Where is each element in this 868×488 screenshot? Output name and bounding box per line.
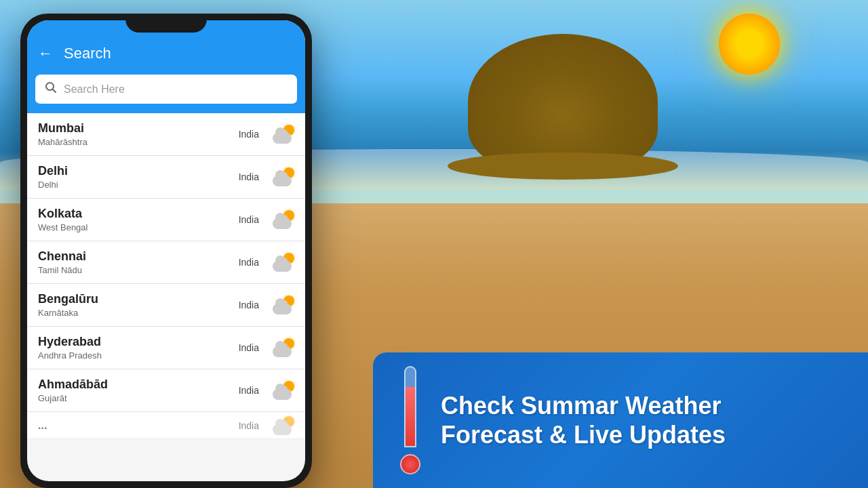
weather-icon-delhi bbox=[273, 167, 294, 186]
city-item-hyderabad[interactable]: Hyderabad Andhra Pradesh India bbox=[27, 327, 305, 369]
city-name: Chennai bbox=[38, 249, 225, 264]
search-placeholder: Search Here bbox=[64, 83, 125, 96]
city-item-kolkata[interactable]: Kolkata West Bengal India bbox=[27, 199, 305, 241]
city-info-ahmadabad: Ahmadābād Gujarāt bbox=[38, 378, 225, 403]
city-name: Ahmadābād bbox=[38, 378, 225, 392]
city-item-ahmadabad[interactable]: Ahmadābād Gujarāt India bbox=[27, 369, 305, 412]
city-region: Karnātaka bbox=[38, 308, 225, 318]
city-info-hyderabad: Hyderabad Andhra Pradesh bbox=[38, 335, 225, 361]
search-icon bbox=[45, 81, 57, 97]
city-item-more[interactable]: ... India bbox=[27, 412, 305, 439]
back-button[interactable]: ← bbox=[38, 45, 53, 62]
city-item-chennai[interactable]: Chennai Tamil Nādu India bbox=[27, 241, 305, 284]
city-country: India bbox=[239, 420, 259, 431]
weather-icon-kolkata bbox=[273, 210, 294, 229]
weather-icon-bengaluru bbox=[273, 296, 294, 314]
city-region: Delhi bbox=[38, 180, 225, 190]
svg-line-1 bbox=[53, 89, 56, 93]
city-country: India bbox=[239, 257, 259, 268]
city-list: Mumbai Mahārāshtra India Delhi Delhi Ind… bbox=[27, 113, 305, 439]
weather-icon-chennai bbox=[273, 253, 294, 272]
city-name: Bengalūru bbox=[38, 292, 225, 306]
search-container: Search Here bbox=[27, 68, 305, 113]
phone-notch bbox=[125, 14, 207, 33]
city-info-kolkata: Kolkata West Bengal bbox=[38, 207, 225, 232]
city-country: India bbox=[239, 129, 259, 140]
city-item-bengaluru[interactable]: Bengalūru Karnātaka India bbox=[27, 284, 305, 327]
promo-banner: Check Summar Weather Forecast & Live Upd… bbox=[373, 352, 868, 488]
city-name: Delhi bbox=[38, 164, 225, 178]
city-info-bengaluru: Bengalūru Karnātaka bbox=[38, 292, 225, 318]
city-region: West Bengal bbox=[38, 222, 225, 232]
phone-frame: ← Search Search Here Mumbai Mahārāsht bbox=[20, 14, 312, 488]
city-region: Mahārāshtra bbox=[38, 137, 225, 147]
city-name: Mumbai bbox=[38, 121, 225, 136]
search-bar[interactable]: Search Here bbox=[35, 75, 297, 105]
city-name: Hyderabad bbox=[38, 335, 225, 349]
city-info-chennai: Chennai Tamil Nādu bbox=[38, 249, 225, 275]
banner-content: Check Summar Weather Forecast & Live Upd… bbox=[441, 391, 841, 449]
city-info-mumbai: Mumbai Mahārāshtra bbox=[38, 121, 225, 147]
city-item-mumbai[interactable]: Mumbai Mahārāshtra India bbox=[27, 113, 305, 156]
city-country: India bbox=[239, 171, 259, 182]
city-country: India bbox=[239, 300, 259, 310]
city-country: India bbox=[239, 214, 259, 225]
banner-title: Check Summar Weather Forecast & Live Upd… bbox=[441, 391, 841, 449]
thermometer-icon bbox=[400, 366, 420, 474]
weather-icon-more bbox=[273, 416, 294, 435]
sun-decoration bbox=[719, 14, 780, 75]
weather-icon-ahmadabad bbox=[273, 381, 294, 400]
header-title: Search bbox=[64, 45, 111, 62]
city-country: India bbox=[239, 385, 259, 396]
weather-icon-mumbai bbox=[273, 125, 294, 144]
city-info-delhi: Delhi Delhi bbox=[38, 164, 225, 190]
city-region: Andhra Pradesh bbox=[38, 350, 225, 361]
weather-icon-hyderabad bbox=[273, 338, 294, 357]
city-country: India bbox=[239, 342, 259, 353]
city-name: ... bbox=[38, 420, 225, 432]
phone-screen: ← Search Search Here Mumbai Mahārāsht bbox=[27, 20, 305, 481]
person-hat bbox=[468, 34, 658, 169]
city-region: Gujarāt bbox=[38, 393, 225, 403]
city-name: Kolkata bbox=[38, 207, 225, 221]
city-info-more: ... bbox=[38, 420, 225, 432]
city-region: Tamil Nādu bbox=[38, 265, 225, 275]
city-item-delhi[interactable]: Delhi Delhi India bbox=[27, 156, 305, 199]
